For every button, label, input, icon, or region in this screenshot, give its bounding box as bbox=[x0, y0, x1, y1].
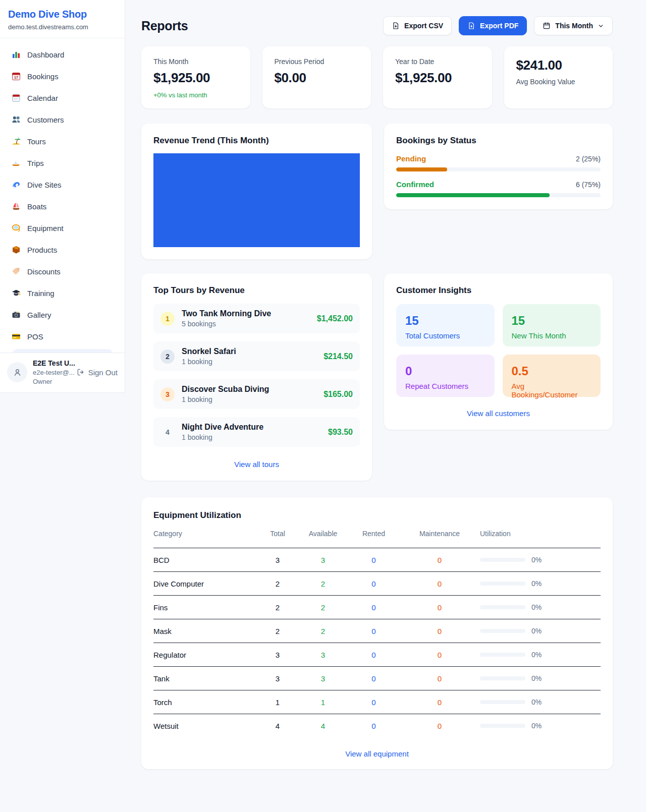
period-dropdown[interactable]: This Month bbox=[534, 16, 613, 35]
bookings-calendar-icon: 17 bbox=[11, 71, 21, 81]
sidebar-item[interactable]: Equipment bbox=[6, 219, 119, 237]
equipment-maintenance: 0 bbox=[399, 556, 480, 564]
equipment-total: 3 bbox=[257, 651, 298, 659]
equipment-total: 1 bbox=[257, 698, 298, 707]
sign-out-button[interactable]: Sign Out bbox=[77, 368, 118, 377]
sidebar-item[interactable]: Boats bbox=[6, 197, 119, 215]
equipment-table-row: BCD 3 3 0 0 0% bbox=[153, 548, 601, 571]
equipment-maintenance: 0 bbox=[399, 651, 480, 659]
user-email: e2e-tester@... bbox=[33, 369, 71, 376]
sidebar-item-label: Boats bbox=[27, 202, 46, 211]
tour-bookings: 1 booking bbox=[182, 358, 236, 366]
sidebar-item-label: Dashboard bbox=[27, 50, 64, 59]
stat-delta: +0% vs last month bbox=[153, 91, 238, 99]
sidebar-item-label: Training bbox=[27, 289, 55, 298]
tour-name: Snorkel Safari bbox=[182, 347, 236, 356]
stat-value: $0.00 bbox=[275, 70, 359, 86]
sidebar: Demo Dive Shop demo.test.divestreams.com… bbox=[0, 0, 125, 393]
stats-row: This Month $1,925.00 +0% vs last month P… bbox=[141, 46, 613, 108]
wave-icon bbox=[11, 180, 21, 190]
tour-item[interactable]: 1 Two Tank Morning Dive 5 bookings $1,45… bbox=[153, 304, 360, 333]
equipment-category: Mask bbox=[153, 627, 257, 635]
equipment-maintenance: 0 bbox=[399, 579, 480, 588]
tour-name: Two Tank Morning Dive bbox=[182, 309, 271, 318]
stat-value: $1,925.00 bbox=[395, 70, 480, 86]
sidebar-item[interactable]: Gallery bbox=[6, 306, 119, 324]
equipment-category: Fins bbox=[153, 603, 257, 612]
equipment-available: 3 bbox=[298, 674, 348, 683]
equipment-rented: 0 bbox=[348, 651, 399, 659]
insight-value: 15 bbox=[405, 314, 486, 328]
sidebar-item-label: Customers bbox=[27, 115, 64, 124]
equipment-rented: 0 bbox=[348, 627, 399, 635]
sidebar-item[interactable]: Customers bbox=[6, 110, 119, 129]
view-all-tours-link[interactable]: View all tours bbox=[153, 460, 360, 469]
top-tours-card: Top Tours by Revenue 1 Two Tank Morning … bbox=[141, 273, 372, 481]
sidebar-item[interactable]: Tours bbox=[6, 132, 119, 150]
equipment-maintenance: 0 bbox=[399, 674, 480, 683]
sidebar-item[interactable]: Trips bbox=[6, 154, 119, 172]
sidebar-item[interactable]: POS bbox=[6, 327, 119, 345]
view-all-equipment-link[interactable]: View all equipment bbox=[153, 749, 601, 758]
tour-item[interactable]: 4 Night Dive Adventure 1 booking $93.50 bbox=[153, 417, 360, 447]
equipment-utilization-title: Equipment Utilization bbox=[153, 510, 601, 520]
sidebar-item[interactable]: Training bbox=[6, 284, 119, 302]
sidebar-item[interactable]: Products bbox=[6, 241, 119, 259]
sidebar-item[interactable]: Discounts bbox=[6, 262, 119, 280]
equipment-category: Torch bbox=[153, 698, 257, 707]
equipment-table-row: Fins 2 2 0 0 0% bbox=[153, 595, 601, 619]
view-all-customers-link[interactable]: View all customers bbox=[396, 409, 601, 418]
equipment-rented: 0 bbox=[348, 674, 399, 683]
equipment-total: 4 bbox=[257, 722, 298, 730]
utilization-bar-track bbox=[480, 653, 525, 657]
utilization-percent: 0% bbox=[531, 579, 542, 588]
status-label: Confirmed bbox=[396, 180, 434, 189]
sidebar-item[interactable]: 17 Bookings bbox=[6, 67, 119, 85]
tour-revenue: $1,452.00 bbox=[317, 314, 353, 323]
revenue-trend-chart bbox=[153, 153, 360, 247]
sidebar-item-label: Dive Sites bbox=[27, 181, 62, 189]
bottom-row: Top Tours by Revenue 1 Two Tank Morning … bbox=[141, 273, 613, 481]
insight-value: 0 bbox=[405, 364, 486, 378]
utilization-percent: 0% bbox=[531, 556, 542, 564]
equipment-maintenance: 0 bbox=[399, 698, 480, 707]
export-csv-button[interactable]: Export CSV bbox=[383, 16, 452, 35]
grad-cap-icon bbox=[11, 288, 21, 298]
sidebar-item[interactable]: Calendar bbox=[6, 89, 119, 107]
island-icon bbox=[11, 136, 21, 146]
insight-label: New This Month bbox=[512, 331, 592, 340]
revenue-trend-title: Revenue Trend (This Month) bbox=[153, 136, 360, 146]
tour-bookings: 1 booking bbox=[182, 395, 269, 403]
sidebar-item[interactable]: Dive Sites bbox=[6, 176, 119, 194]
brand-name: Demo Dive Shop bbox=[8, 9, 117, 20]
utilization-bar-track bbox=[480, 605, 525, 609]
export-pdf-button[interactable]: Export PDF bbox=[459, 16, 527, 35]
tour-bookings: 5 bookings bbox=[182, 320, 271, 328]
tour-item[interactable]: 2 Snorkel Safari 1 booking $214.50 bbox=[153, 341, 360, 371]
equipment-table-row: Dive Computer 2 2 0 0 0% bbox=[153, 571, 601, 595]
tour-revenue: $214.50 bbox=[324, 352, 353, 361]
credit-card-icon bbox=[11, 331, 21, 341]
tag-icon bbox=[11, 266, 21, 276]
tour-rank-badge: 4 bbox=[160, 425, 175, 439]
equipment-available: 3 bbox=[298, 556, 348, 564]
insight-label: Repeat Customers bbox=[405, 382, 486, 390]
equipment-available: 3 bbox=[298, 651, 348, 659]
equipment-rented: 0 bbox=[348, 579, 399, 588]
utilization-percent: 0% bbox=[531, 603, 542, 611]
sidebar-user-footer: E2E Test U... e2e-tester@... Owner Sign … bbox=[0, 353, 125, 392]
sidebar-item-label: POS bbox=[27, 332, 43, 341]
sidebar-item[interactable]: Dashboard bbox=[6, 45, 119, 64]
equipment-category: Regulator bbox=[153, 651, 257, 659]
tour-revenue: $165.00 bbox=[324, 390, 353, 399]
stat-card-previous-period: Previous Period $0.00 bbox=[262, 46, 371, 108]
insight-box: 0 Repeat Customers bbox=[396, 355, 495, 397]
status-count: 2 (25%) bbox=[576, 155, 601, 163]
equipment-available: 2 bbox=[298, 579, 348, 588]
tour-rank-badge: 2 bbox=[160, 350, 175, 364]
equipment-table-row: Torch 1 1 0 0 0% bbox=[153, 690, 601, 714]
utilization-percent: 0% bbox=[531, 698, 542, 706]
tour-item[interactable]: 3 Discover Scuba Diving 1 booking $165.0… bbox=[153, 379, 360, 409]
status-bar-fill bbox=[396, 193, 550, 197]
utilization-bar-track bbox=[480, 582, 525, 586]
